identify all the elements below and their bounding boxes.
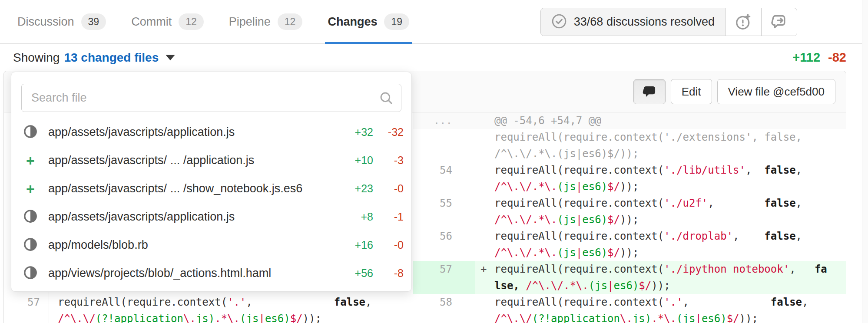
resolve-in-new-issue-button[interactable] <box>726 8 761 36</box>
diff-row: /^\.\/(?!application\.js).*\.(js|es6)$/)… <box>4 310 846 323</box>
new-line-code: lse, /^\.\/.*\.(js|es6)$/)); <box>475 277 846 294</box>
new-line-number[interactable] <box>413 178 475 195</box>
file-modified-icon <box>23 237 38 254</box>
file-additions: +16 <box>345 239 373 251</box>
new-line-code: requireAll(require.context('./extensions… <box>475 129 846 145</box>
new-line-code: requireAll(require.context('.', false, <box>475 294 846 310</box>
discussions-resolved-group: 33/68 discussions resolved <box>540 8 797 36</box>
total-deletions: -82 <box>828 50 846 65</box>
file-modified-icon <box>23 265 38 282</box>
new-line-number[interactable] <box>413 145 475 162</box>
tab-count-badge: 19 <box>384 13 409 30</box>
file-additions: +32 <box>345 126 373 138</box>
showing-label: Showing <box>13 51 60 65</box>
new-line-number[interactable]: ... <box>413 112 475 129</box>
new-line-code: requireAll(require.context('./lib/utils'… <box>475 162 846 178</box>
file-modified-icon <box>23 209 38 225</box>
tab-label: Changes <box>328 15 377 29</box>
file-additions: +23 <box>345 182 373 195</box>
new-line-number[interactable] <box>413 277 475 294</box>
old-line-code: requireAll(require.context('.', false, <box>49 294 413 310</box>
file-modified-icon <box>23 124 38 141</box>
file-deletions: -0 <box>378 239 404 251</box>
chevron-down-icon[interactable] <box>166 55 175 60</box>
file-deletions: -32 <box>378 126 404 138</box>
file-deletions: -1 <box>378 211 404 223</box>
edit-button[interactable]: Edit <box>671 79 712 104</box>
new-line-code: requireAll(require.context('./droplab', … <box>475 228 846 244</box>
new-line-code: @@ -54,6 +54,7 @@ <box>475 112 846 129</box>
file-name: app/assets/javascripts/application.js <box>48 125 235 139</box>
new-line-code: /^\.\/.*\.(js|es6)$/)); <box>475 211 846 228</box>
check-circle-icon <box>551 13 567 31</box>
changed-files-bar: Showing 13 changed files +112 -82 <box>0 44 868 71</box>
tab-count-badge: 12 <box>179 13 204 30</box>
new-line-number[interactable] <box>413 244 475 261</box>
new-line-code: /^\.\/.*\.(js|es6)$/)); <box>475 244 846 261</box>
file-deletions: -0 <box>378 182 404 195</box>
new-line-number[interactable] <box>413 310 475 323</box>
file-additions: +10 <box>345 154 373 167</box>
new-line-code: /^\.\/(?!application\.js).*\.(js|es6)$/)… <box>475 310 846 323</box>
discussions-resolved-status: 33/68 discussions resolved <box>541 8 726 36</box>
file-added-icon: + <box>26 181 35 196</box>
file-name: app/assets/javascripts/ ... /show_notebo… <box>48 182 302 195</box>
tab-count-badge: 12 <box>278 13 303 30</box>
new-line-number[interactable]: 55 <box>413 195 475 211</box>
old-line-number[interactable] <box>4 310 49 323</box>
issue-new-icon <box>735 13 752 31</box>
tab-changes[interactable]: Changes 19 <box>328 0 409 43</box>
comment-icon <box>641 83 658 100</box>
file-list-item[interactable]: app/models/blob.rb +16 -0 <box>11 231 411 259</box>
file-list-item[interactable]: + app/assets/javascripts/ ... /show_note… <box>11 175 411 203</box>
changed-files-dropdown: app/assets/javascripts/application.js +3… <box>11 72 412 292</box>
tab-label: Discussion <box>17 15 74 29</box>
new-line-number[interactable] <box>413 211 475 228</box>
new-line-code: /^\.\/.*\.(js|es6)$/)); <box>475 178 846 195</box>
file-name: app/assets/javascripts/application.js <box>48 210 235 224</box>
search-icon <box>379 91 394 107</box>
file-list-item[interactable]: app/views/projects/blob/_actions.html.ha… <box>11 259 411 287</box>
mr-tabs: Discussion 39Commit 12Pipeline 12Changes… <box>17 0 434 43</box>
file-name: app/models/blob.rb <box>48 238 148 252</box>
new-line-code: /^\.\/.*\.(js|es6)$/)); <box>475 145 846 162</box>
new-line-number[interactable]: 54 <box>413 162 475 178</box>
tab-label: Commit <box>131 15 172 29</box>
file-list-item[interactable]: + app/assets/javascripts/ ... /applicati… <box>11 146 411 175</box>
changed-file-list: app/assets/javascripts/application.js +3… <box>11 118 411 287</box>
file-deletions: -8 <box>378 267 404 280</box>
new-line-number[interactable]: 57 <box>413 261 475 277</box>
toggle-comments-button[interactable] <box>633 79 666 104</box>
file-list-item[interactable]: app/assets/javascripts/application.js +8… <box>11 203 411 231</box>
jump-to-next-discussion-button[interactable] <box>761 8 797 36</box>
view-file-button[interactable]: View file @cef5d00 <box>717 79 836 104</box>
file-name: app/assets/javascripts/ ... /application… <box>48 154 254 167</box>
merge-request-tab-bar: Discussion 39Commit 12Pipeline 12Changes… <box>0 0 868 44</box>
file-name: app/views/projects/blob/_actions.html.ha… <box>48 267 271 280</box>
old-line-code: /^\.\/(?!application\.js).*\.(js|es6)$/)… <box>49 310 413 323</box>
file-deletions: -3 <box>378 154 404 167</box>
tab-count-badge: 39 <box>81 13 106 30</box>
diff-row: 57requireAll(require.context('.', false,… <box>4 294 846 310</box>
file-added-icon: + <box>26 153 35 168</box>
new-line-code: +requireAll(require.context('./ipython_n… <box>475 261 846 277</box>
search-file-input[interactable] <box>21 84 401 112</box>
changed-files-link[interactable]: 13 changed files <box>64 51 159 65</box>
comment-next-icon <box>770 13 788 31</box>
total-additions: +112 <box>792 50 820 65</box>
file-list-item[interactable]: app/assets/javascripts/application.js +3… <box>11 118 411 146</box>
old-line-number[interactable]: 57 <box>4 294 49 310</box>
added-line-prefix: + <box>480 261 487 277</box>
resolved-count-text: 33/68 discussions resolved <box>574 15 715 29</box>
tab-label: Pipeline <box>229 15 271 29</box>
new-line-code: requireAll(require.context('./u2f', fals… <box>475 195 846 211</box>
new-line-number[interactable]: 58 <box>413 294 475 310</box>
tab-pipeline[interactable]: Pipeline 12 <box>229 0 303 43</box>
new-line-number[interactable] <box>413 129 475 145</box>
file-additions: +8 <box>345 211 373 223</box>
tab-commit[interactable]: Commit 12 <box>131 0 204 43</box>
scrollbar-track[interactable] <box>862 0 868 323</box>
file-additions: +56 <box>345 267 373 280</box>
tab-discussion[interactable]: Discussion 39 <box>17 0 106 43</box>
new-line-number[interactable]: 56 <box>413 228 475 244</box>
